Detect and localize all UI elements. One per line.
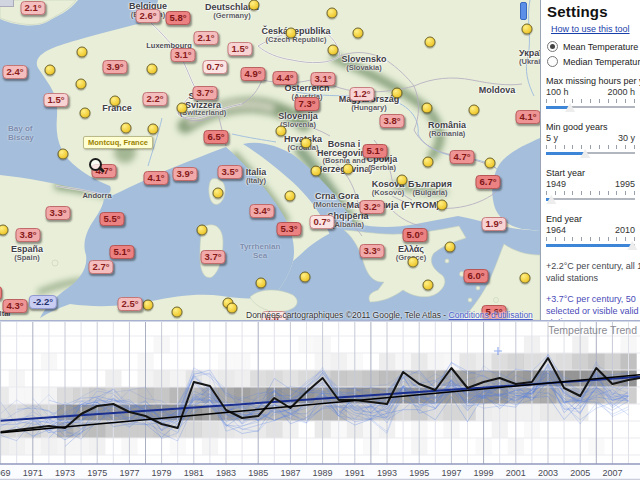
temperature-marker[interactable]: 4.4°	[272, 71, 297, 85]
slider-track[interactable]	[546, 195, 635, 205]
station-dot[interactable]	[408, 257, 419, 268]
x-tick-label: 2003	[538, 468, 558, 478]
map-scrollbar[interactable]	[520, 2, 527, 20]
station-dot[interactable]	[213, 188, 224, 199]
temperature-marker[interactable]: 0.7°	[202, 60, 227, 74]
station-dot[interactable]	[353, 28, 364, 39]
temperature-marker[interactable]: 3.1°	[170, 48, 195, 62]
station-dot[interactable]	[301, 138, 312, 149]
temperature-marker[interactable]: 2.5°	[117, 297, 142, 311]
station-dot[interactable]	[425, 37, 436, 48]
map-canvas[interactable]: Belgique(Belgium)Deutschland(Germany)Čes…	[0, 0, 540, 320]
temperature-marker[interactable]: -2.2°	[29, 295, 57, 309]
temperature-marker[interactable]: 3.8°	[15, 228, 40, 242]
station-dot[interactable]	[227, 303, 238, 314]
temperature-marker[interactable]: 3.1°	[310, 72, 335, 86]
temperature-marker[interactable]: 3.2°	[359, 200, 384, 214]
temperature-marker[interactable]: 5.1°	[362, 144, 387, 158]
temperature-marker[interactable]: 3.5°	[217, 165, 242, 179]
temperature-marker[interactable]: 2.4°	[2, 65, 27, 79]
station-dot[interactable]	[45, 65, 56, 76]
temperature-marker[interactable]: 3.9°	[172, 167, 197, 181]
attribution-terms-link[interactable]: Conditions d'utilisation	[449, 310, 533, 320]
station-dot[interactable]	[327, 8, 338, 19]
station-dot[interactable]	[423, 157, 434, 168]
station-dot[interactable]	[328, 45, 339, 56]
temperature-marker[interactable]: 5.0°	[402, 228, 427, 242]
station-dot[interactable]	[422, 103, 433, 114]
radio-button-icon[interactable]	[547, 56, 558, 67]
temperature-marker[interactable]: 6.7°	[475, 175, 500, 189]
temperature-marker[interactable]: 2.1°	[193, 31, 218, 45]
temperature-marker[interactable]: 3.4°	[249, 204, 274, 218]
temperature-marker[interactable]: 4.9°	[240, 67, 265, 81]
temperature-marker[interactable]: 2.6°	[135, 9, 160, 23]
station-dot[interactable]	[311, 166, 322, 177]
station-dot[interactable]	[76, 79, 87, 90]
help-link[interactable]: How to use this tool	[551, 24, 640, 34]
station-dot[interactable]	[485, 158, 496, 169]
radio-option[interactable]: Median Temperature	[547, 56, 640, 67]
station-dot[interactable]	[343, 164, 354, 175]
radio-button-icon[interactable]	[547, 41, 558, 52]
station-dot[interactable]	[522, 24, 533, 35]
station-dot[interactable]	[276, 126, 287, 137]
temperature-marker[interactable]: 3.9°	[102, 60, 127, 74]
temperature-marker[interactable]: 4.1°	[515, 110, 540, 124]
temperature-marker[interactable]: 5.5°	[99, 212, 124, 226]
station-dot[interactable]	[285, 191, 296, 202]
temperature-marker[interactable]: 1.5°	[227, 42, 252, 56]
station-dot[interactable]	[197, 225, 208, 236]
station-dot[interactable]	[469, 105, 480, 116]
station-dot[interactable]	[397, 175, 408, 186]
temperature-marker[interactable]: 6.5°	[203, 130, 228, 144]
temperature-marker[interactable]: 5.8°	[165, 11, 190, 25]
temperature-marker[interactable]: 1.5°	[43, 93, 68, 107]
temperature-marker[interactable]: 1.9°	[481, 217, 506, 231]
temperature-marker[interactable]: 0.7°	[309, 215, 334, 229]
temperature-marker[interactable]: 3.3°	[45, 206, 70, 220]
station-dot[interactable]	[300, 272, 311, 283]
temperature-marker[interactable]: 4.3°	[2, 299, 27, 313]
temperature-marker[interactable]: 5.1°	[109, 245, 134, 259]
temperature-marker[interactable]: 3.7°	[192, 86, 217, 100]
station-dot[interactable]	[77, 47, 88, 58]
slider-track[interactable]	[546, 103, 635, 113]
temperature-marker[interactable]: 3.3°	[359, 244, 384, 258]
station-dot[interactable]	[172, 307, 183, 318]
temperature-marker[interactable]: °	[0, 286, 2, 300]
slider-group: Max missing hours per year100 h2000 h	[546, 76, 635, 113]
station-dot[interactable]	[445, 242, 456, 253]
temperature-marker[interactable]: 2.1°	[20, 1, 45, 15]
temperature-marker[interactable]: 1.2°	[349, 87, 374, 101]
station-dot[interactable]	[437, 200, 448, 211]
temperature-marker[interactable]: 4.1°	[143, 171, 168, 185]
x-tick-label: 1997	[441, 468, 461, 478]
temperature-marker[interactable]: 3.8°	[379, 114, 404, 128]
station-dot[interactable]	[256, 278, 267, 289]
temperature-marker[interactable]: 3.7°	[200, 250, 225, 264]
station-dot[interactable]	[147, 64, 158, 75]
station-dot[interactable]	[249, 0, 260, 11]
temperature-marker[interactable]: 6.0°	[463, 269, 488, 283]
temperature-marker[interactable]: 2.2°	[142, 92, 167, 106]
station-dot[interactable]	[520, 273, 531, 284]
station-dot[interactable]	[58, 149, 69, 160]
station-dot[interactable]	[143, 300, 154, 311]
station-dot[interactable]	[121, 123, 132, 134]
temperature-marker[interactable]: 4.7°	[449, 150, 474, 164]
station-dot[interactable]	[177, 103, 188, 114]
station-dot[interactable]	[423, 280, 434, 291]
station-dot[interactable]	[286, 28, 297, 39]
station-dot[interactable]	[110, 96, 121, 107]
temperature-marker[interactable]: 5.3°	[276, 222, 301, 236]
temperature-marker[interactable]: 2.7°	[88, 260, 113, 274]
slider-track[interactable]	[546, 241, 635, 251]
radio-option[interactable]: Mean Temperature	[547, 41, 640, 52]
trend-chart: Temperature Trend19691971197319751977197…	[0, 320, 640, 480]
station-dot[interactable]	[392, 88, 403, 99]
station-dot[interactable]	[80, 108, 91, 119]
temperature-marker[interactable]: 7.3°	[294, 97, 319, 111]
station-dot[interactable]	[148, 124, 159, 135]
slider-track[interactable]	[546, 149, 635, 159]
